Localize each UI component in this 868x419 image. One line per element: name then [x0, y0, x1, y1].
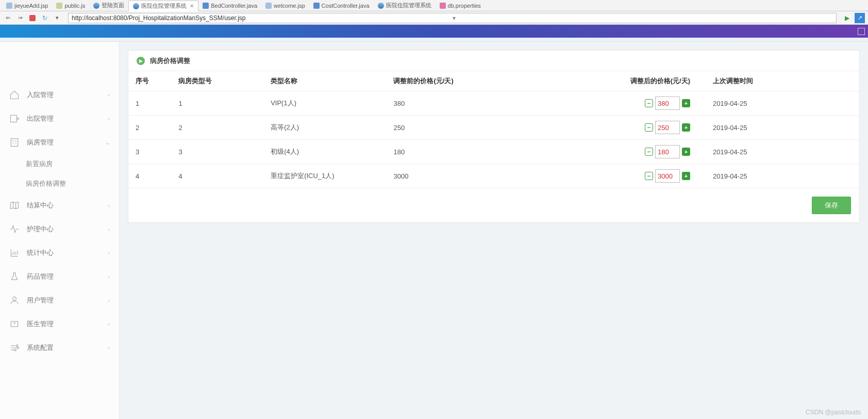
plus-button[interactable] [682, 172, 690, 180]
tab-label: welcome.jsp [274, 3, 305, 9]
watermark: CSDN @pastclouds [806, 409, 861, 416]
table-row: 44重症监护室(ICU_1人)30002019-04-25 [128, 164, 859, 188]
minus-button[interactable] [645, 123, 653, 132]
svg-point-4 [16, 345, 18, 346]
price-input[interactable] [655, 145, 680, 158]
url-bar[interactable]: http://localhost:8080/Proj_Hospitalizati… [68, 13, 837, 23]
plus-button[interactable] [682, 123, 690, 132]
sidebar-item[interactable]: 护理中心‹ [0, 217, 119, 241]
svg-rect-0 [11, 115, 17, 122]
cell-old-price: 380 [386, 91, 521, 116]
ide-tab[interactable]: db.properties [436, 0, 485, 11]
banner-toggle-icon[interactable] [858, 28, 865, 35]
menu-label: 结算中心 [27, 201, 54, 210]
cell-type: 4 [171, 164, 263, 188]
table-header: 病房类型号 [171, 71, 263, 91]
close-icon[interactable]: ✕ [190, 3, 194, 9]
cell-old-price: 3000 [386, 164, 521, 188]
url-dropdown-icon[interactable]: ▾ [453, 14, 833, 22]
dropdown-button[interactable]: ▾ [53, 13, 62, 23]
ide-tab[interactable]: 医院住院管理系统 [374, 0, 436, 11]
cell-new-price [522, 140, 706, 164]
cell-seq: 2 [128, 116, 171, 140]
svg-point-5 [17, 347, 19, 348]
ide-tab[interactable]: jieyueAdd.jsp [2, 0, 52, 11]
home-icon [9, 90, 20, 100]
sidebar-item[interactable]: 医生管理‹ [0, 312, 119, 336]
pulse-icon [9, 224, 20, 234]
menu-label: 护理中心 [27, 224, 54, 234]
table-row: 22高等(2人)2502019-04-25 [128, 116, 859, 140]
sub-banner [0, 38, 868, 42]
url-text: http://localhost:8080/Proj_Hospitalizati… [72, 14, 453, 22]
play-icon: ▶ [137, 57, 145, 65]
price-input[interactable] [655, 96, 680, 110]
panel-footer: 保存 [128, 188, 859, 222]
file-icon [313, 3, 320, 9]
cell-new-price [522, 164, 706, 188]
stop-button[interactable] [28, 13, 37, 23]
price-table: 序号病房类型号类型名称调整前的价格(元/天)调整后的价格(元/天)上次调整时间 … [128, 71, 859, 188]
plus-button[interactable] [682, 99, 690, 107]
ide-tab[interactable]: CostController.java [309, 0, 374, 11]
sidebar-item[interactable]: 统计中心‹ [0, 241, 119, 265]
map-icon [9, 200, 20, 211]
sidebar-item[interactable]: 药品管理‹ [0, 265, 119, 288]
ide-tab[interactable]: 医院住院管理系统✕ [128, 1, 198, 11]
forward-button[interactable]: ⇒ [15, 13, 25, 23]
table-header: 调整前的价格(元/天) [386, 71, 521, 91]
menu-label: 医生管理 [27, 319, 54, 329]
doctor-icon [9, 319, 20, 329]
sidebar-item[interactable]: 结算中心‹ [0, 194, 119, 217]
minus-button[interactable] [645, 148, 653, 156]
sidebar: 入院管理‹出院管理‹病房管理⌄新置病房病房价格调整结算中心‹护理中心‹统计中心‹… [0, 42, 120, 419]
minus-button[interactable] [645, 172, 653, 180]
go-button[interactable]: ▶ [843, 14, 852, 22]
chevron-icon: ‹ [108, 273, 110, 280]
save-button[interactable]: 保存 [812, 197, 851, 214]
tab-label: db.properties [448, 3, 481, 9]
cell-old-price: 250 [386, 116, 521, 140]
chevron-icon: ‹ [108, 250, 110, 256]
browser-toolbar: ⇐ ⇒ ↻ ▾ http://localhost:8080/Proj_Hospi… [0, 11, 868, 25]
sidebar-item[interactable]: 出院管理‹ [0, 107, 119, 131]
file-icon [56, 3, 62, 9]
file-icon [6, 3, 12, 9]
stop-icon [29, 15, 36, 21]
user-icon [9, 295, 20, 305]
chevron-icon: ‹ [108, 226, 110, 232]
external-button[interactable]: ↗ [855, 13, 865, 23]
price-input[interactable] [655, 169, 680, 183]
cell-new-price [522, 116, 706, 140]
menu-label: 药品管理 [27, 272, 54, 281]
refresh-button[interactable]: ↻ [40, 13, 49, 23]
cell-seq: 1 [128, 91, 171, 116]
cell-name: VIP(1人) [263, 91, 386, 116]
cell-old-price: 180 [386, 140, 521, 164]
sidebar-item[interactable]: 病房管理⌄ [0, 131, 119, 154]
sidebar-sub-item[interactable]: 新置病房 [0, 154, 119, 174]
cell-type: 1 [171, 91, 263, 116]
content-area: ▶ 病房价格调整 序号病房类型号类型名称调整前的价格(元/天)调整后的价格(元/… [120, 42, 868, 419]
tab-label: 医院住院管理系统 [386, 2, 431, 9]
ide-tab[interactable]: BedController.java [198, 0, 261, 11]
sidebar-item[interactable]: 入院管理‹ [0, 83, 119, 107]
sidebar-sub-item[interactable]: 病房价格调整 [0, 174, 119, 194]
chevron-icon: ‹ [108, 345, 110, 351]
chevron-icon: ‹ [108, 92, 110, 98]
tab-label: jieyueAdd.jsp [14, 3, 48, 9]
ide-tab[interactable]: public.js [52, 0, 89, 11]
minus-button[interactable] [645, 99, 653, 107]
ide-tab[interactable]: 登陆页面 [89, 0, 128, 11]
menu-label: 出院管理 [27, 114, 54, 123]
ide-tabs: jieyueAdd.jsppublic.js登陆页面医院住院管理系统✕BedCo… [0, 0, 868, 11]
plus-button[interactable] [682, 148, 690, 156]
price-input[interactable] [655, 121, 680, 134]
tab-label: 登陆页面 [102, 2, 124, 9]
ide-tab[interactable]: welcome.jsp [261, 0, 309, 11]
sidebar-item[interactable]: 系统配置‹ [0, 336, 119, 360]
menu-label: 病房管理 [27, 138, 54, 147]
back-button[interactable]: ⇐ [3, 13, 12, 23]
sidebar-item[interactable]: 用户管理‹ [0, 288, 119, 312]
price-panel: ▶ 病房价格调整 序号病房类型号类型名称调整前的价格(元/天)调整后的价格(元/… [128, 50, 860, 223]
